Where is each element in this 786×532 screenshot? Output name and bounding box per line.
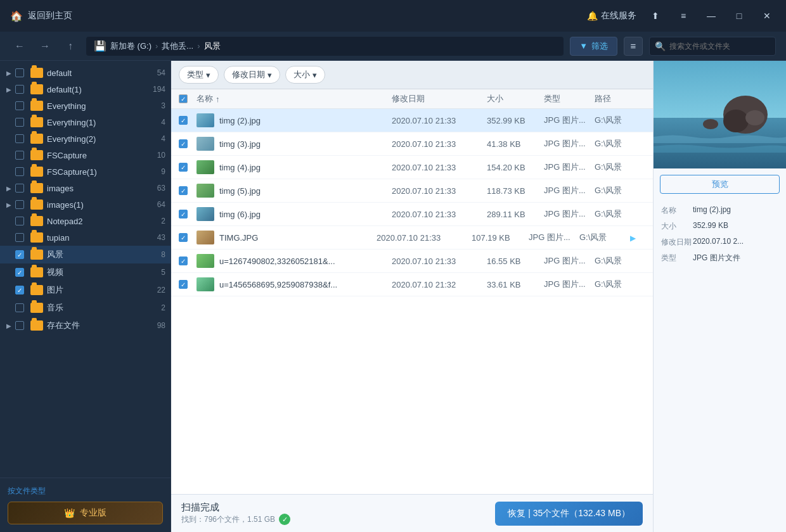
pro-version-button[interactable]: 👑 专业版 bbox=[8, 502, 163, 524]
info-row-date: 修改日期 2020.07.10 2... bbox=[661, 237, 778, 248]
sidebar-checkbox-tupian2[interactable]: ✓ bbox=[15, 286, 24, 294]
sidebar-item-cunzai[interactable]: ▶ 存在文件 98 bbox=[0, 317, 171, 334]
sidebar-item-default1[interactable]: ▶ default(1) 194 bbox=[0, 81, 171, 98]
table-row[interactable]: ✓ timg (5).jpg 2020.07.10 21:33 118.73 K… bbox=[171, 179, 653, 203]
sidebar-checkbox-fscapture1[interactable] bbox=[15, 167, 24, 176]
play-icon[interactable]: ▶ bbox=[630, 234, 636, 243]
path-bar[interactable]: 💾 新加卷 (G:) › 其他丢... › 风景 bbox=[86, 37, 564, 56]
filter-type-button[interactable]: 类型 ▾ bbox=[179, 66, 219, 84]
file-size: 107.19 KB bbox=[472, 233, 529, 243]
table-row[interactable]: ✓ TIMG.JPG 2020.07.10 21:33 107.19 KB JP… bbox=[171, 226, 653, 250]
filter-type-label: 类型 bbox=[187, 69, 203, 80]
table-row[interactable]: ✓ timg (3).jpg 2020.07.10 21:33 41.38 KB… bbox=[171, 132, 653, 156]
row-checkbox[interactable]: ✓ bbox=[179, 116, 188, 125]
restore-button[interactable]: 恢复 | 35个文件（132.43 MB） bbox=[495, 502, 643, 526]
share-button[interactable]: ⬆ bbox=[647, 7, 664, 25]
sidebar-checkbox-yinyue[interactable] bbox=[15, 303, 24, 312]
view-toggle-button[interactable]: ≡ bbox=[624, 37, 643, 56]
row-checkbox[interactable]: ✓ bbox=[179, 186, 188, 195]
expand-icon: ▶ bbox=[6, 201, 15, 208]
sidebar-item-fscapture1[interactable]: FSCapture(1) 9 bbox=[0, 163, 171, 180]
file-type: JPG 图片... bbox=[544, 138, 595, 149]
sidebar-checkbox-shipin[interactable]: ✓ bbox=[15, 268, 24, 277]
filter-size-label: 大小 bbox=[293, 69, 310, 80]
maximize-button[interactable]: □ bbox=[730, 7, 748, 25]
sidebar-item-everything1[interactable]: Everything(1) 4 bbox=[0, 114, 171, 130]
online-service-btn[interactable]: 🔔 在线服务 bbox=[587, 10, 636, 22]
sidebar-checkbox-everything[interactable] bbox=[15, 101, 24, 110]
table-row[interactable]: ✓ timg (4).jpg 2020.07.10 21:33 154.20 K… bbox=[171, 156, 653, 179]
sidebar-item-label: 视频 bbox=[47, 267, 157, 278]
filter-size-button[interactable]: 大小 ▾ bbox=[285, 66, 325, 84]
sidebar-checkbox-fscapture[interactable] bbox=[15, 151, 24, 160]
home-label[interactable]: 返回到主页 bbox=[28, 10, 72, 22]
close-button[interactable]: ✕ bbox=[758, 7, 776, 25]
sidebar-item-tupian2[interactable]: ✓ 图片 22 bbox=[0, 281, 171, 299]
filter-button[interactable]: ▼ 筛选 bbox=[570, 37, 617, 56]
folder-icon bbox=[30, 101, 43, 111]
table-row[interactable]: ✓ u=1267490802,3326052181&... 2020.07.10… bbox=[171, 250, 653, 273]
file-info: 名称 timg (2).jpg 大小 352.99 KB 修改日期 2020.0… bbox=[654, 200, 786, 274]
search-input[interactable] bbox=[669, 42, 770, 51]
sidebar-item-notepad2[interactable]: Notepad2 2 bbox=[0, 213, 171, 229]
sidebar-checkbox-tupian[interactable] bbox=[15, 233, 24, 242]
sidebar-checkbox-default[interactable] bbox=[15, 68, 24, 77]
table-row[interactable]: ✓ u=1456568695,9259087938&f... 2020.07.1… bbox=[171, 273, 653, 296]
sidebar-item-fengjing[interactable]: ✓ 风景 8 bbox=[0, 246, 171, 263]
sidebar-checkbox-cunzai[interactable] bbox=[15, 321, 24, 330]
sidebar-checkbox-images[interactable] bbox=[15, 184, 24, 193]
sidebar-checkbox-everything1[interactable] bbox=[15, 118, 24, 127]
file-size: 118.73 KB bbox=[487, 186, 544, 196]
filter-label: 筛选 bbox=[591, 41, 608, 52]
up-button[interactable]: ↑ bbox=[61, 37, 80, 56]
minimize-button[interactable]: — bbox=[702, 7, 720, 25]
file-thumbnail bbox=[196, 113, 214, 127]
sidebar-checkbox-default1[interactable] bbox=[15, 85, 24, 94]
sidebar-checkbox-everything2[interactable] bbox=[15, 134, 24, 143]
info-size-value: 352.99 KB bbox=[693, 221, 778, 232]
row-checkbox[interactable]: ✓ bbox=[179, 139, 188, 148]
forward-button[interactable]: → bbox=[35, 37, 55, 56]
row-checkbox[interactable]: ✓ bbox=[179, 210, 188, 218]
path-drive: 新加卷 (G:) bbox=[110, 41, 151, 52]
table-row[interactable]: ✓ timg (6).jpg 2020.07.10 21:33 289.11 K… bbox=[171, 203, 653, 226]
row-checkbox[interactable]: ✓ bbox=[179, 256, 188, 265]
sidebar-checkbox-notepad2[interactable] bbox=[15, 217, 24, 225]
header-check[interactable]: ✓ bbox=[179, 94, 196, 103]
file-date: 2020.07.10 21:32 bbox=[392, 280, 487, 289]
sidebar-item-count: 4 bbox=[161, 134, 165, 143]
file-type-link[interactable]: 按文件类型 bbox=[8, 483, 163, 502]
sidebar-item-label: tupian bbox=[47, 233, 153, 243]
sidebar-item-yinyue[interactable]: 音乐 2 bbox=[0, 299, 171, 317]
sidebar-item-everything2[interactable]: Everything(2) 4 bbox=[0, 130, 171, 147]
sidebar-item-tupian[interactable]: tupian 43 bbox=[0, 229, 171, 246]
row-checkbox[interactable]: ✓ bbox=[179, 233, 188, 242]
back-button[interactable]: ← bbox=[10, 37, 29, 56]
expand-icon: ▶ bbox=[6, 185, 15, 192]
sidebar-item-images[interactable]: ▶ images 63 bbox=[0, 180, 171, 196]
menu-button[interactable]: ≡ bbox=[674, 7, 692, 25]
file-path: G:\风景 bbox=[595, 208, 645, 220]
row-checkbox[interactable]: ✓ bbox=[179, 163, 188, 172]
row-checkbox[interactable]: ✓ bbox=[179, 280, 188, 289]
filter-date-button[interactable]: 修改日期 ▾ bbox=[224, 66, 280, 84]
sidebar-item-label: images(1) bbox=[47, 200, 153, 210]
col-name-label: 名称 bbox=[196, 93, 213, 104]
sidebar-items: ▶ default 54 ▶ default(1) 194 Everything bbox=[0, 61, 171, 478]
sidebar-item-shipin[interactable]: ✓ 视频 5 bbox=[0, 263, 171, 281]
sidebar-item-fscapture[interactable]: FSCapture 10 bbox=[0, 147, 171, 163]
sidebar-item-everything[interactable]: Everything 3 bbox=[0, 98, 171, 114]
sidebar-checkbox-images1[interactable] bbox=[15, 200, 24, 209]
file-type: JPG 图片... bbox=[544, 162, 595, 173]
filter-bar: 类型 ▾ 修改日期 ▾ 大小 ▾ bbox=[171, 61, 653, 89]
file-date: 2020.07.10 21:33 bbox=[377, 233, 472, 243]
sidebar-item-default[interactable]: ▶ default 54 bbox=[0, 65, 171, 81]
preview-button[interactable]: 预览 bbox=[660, 175, 780, 194]
content-area: 类型 ▾ 修改日期 ▾ 大小 ▾ ✓ 名称 ↑ bbox=[171, 61, 653, 532]
sort-icon[interactable]: ↑ bbox=[216, 94, 220, 104]
file-path: G:\风景 bbox=[595, 279, 645, 290]
table-row[interactable]: ✓ timg (2).jpg 2020.07.10 21:33 352.99 K… bbox=[171, 109, 653, 132]
sidebar-item-images1[interactable]: ▶ images(1) 64 bbox=[0, 196, 171, 213]
sidebar-checkbox-fengjing[interactable]: ✓ bbox=[15, 250, 24, 259]
sidebar-item-count: 4 bbox=[161, 118, 165, 127]
